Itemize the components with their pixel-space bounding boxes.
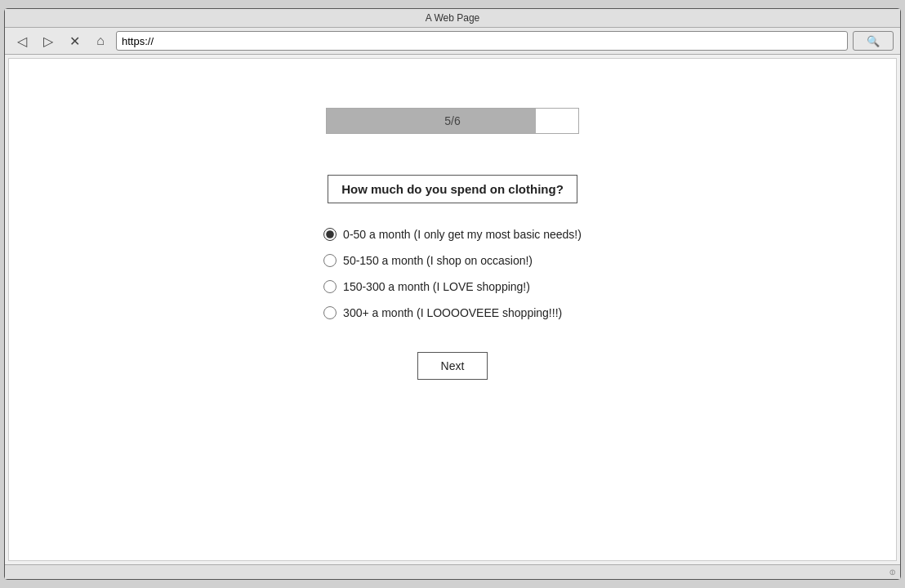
option-1-label: 0-50 a month (I only get my most basic n… — [343, 228, 582, 241]
question-box: How much do you spend on clothing? — [328, 175, 577, 203]
search-button[interactable]: 🔍 — [853, 31, 894, 51]
page-content: 5/6 How much do you spend on clothing? 0… — [8, 58, 897, 561]
page-title: A Web Page — [426, 12, 480, 24]
browser-window: A Web Page ◁ ▷ ✕ ⌂ 🔍 5/6 How much do you — [4, 8, 901, 580]
back-button[interactable]: ◁ — [11, 32, 33, 50]
next-button[interactable]: Next — [417, 352, 488, 380]
option-2-radio[interactable] — [323, 254, 337, 267]
search-icon: 🔍 — [867, 35, 880, 47]
option-2[interactable]: 50-150 a month (I shop on occasion!) — [323, 254, 533, 267]
address-bar[interactable] — [116, 31, 848, 51]
options-container: 0-50 a month (I only get my most basic n… — [323, 228, 582, 319]
progress-bar-container: 5/6 — [326, 108, 579, 134]
close-icon: ✕ — [69, 33, 80, 49]
home-button[interactable]: ⌂ — [90, 32, 111, 50]
resize-icon: ⊘ — [886, 567, 897, 577]
option-4-label: 300+ a month (I LOOOOVEEE shopping!!!) — [343, 306, 562, 319]
question-text: How much do you spend on clothing? — [341, 182, 564, 196]
title-bar: A Web Page — [5, 9, 900, 28]
home-icon: ⌂ — [96, 33, 105, 48]
option-1-radio[interactable] — [323, 228, 337, 241]
forward-icon: ▷ — [43, 33, 53, 49]
option-1[interactable]: 0-50 a month (I only get my most basic n… — [323, 228, 582, 241]
toolbar: ◁ ▷ ✕ ⌂ 🔍 — [5, 28, 900, 55]
option-4-radio[interactable] — [323, 306, 337, 319]
option-4[interactable]: 300+ a month (I LOOOOVEEE shopping!!!) — [323, 306, 562, 319]
option-2-label: 50-150 a month (I shop on occasion!) — [343, 254, 533, 267]
forward-button[interactable]: ▷ — [38, 32, 59, 50]
option-3[interactable]: 150-300 a month (I LOVE shopping!) — [323, 280, 530, 293]
bottom-bar: ⊘ — [5, 564, 900, 579]
option-3-label: 150-300 a month (I LOVE shopping!) — [343, 280, 530, 293]
back-icon: ◁ — [17, 33, 27, 49]
option-3-radio[interactable] — [323, 280, 337, 293]
progress-label: 5/6 — [327, 114, 578, 127]
next-button-label: Next — [441, 359, 465, 372]
close-button[interactable]: ✕ — [64, 32, 85, 50]
